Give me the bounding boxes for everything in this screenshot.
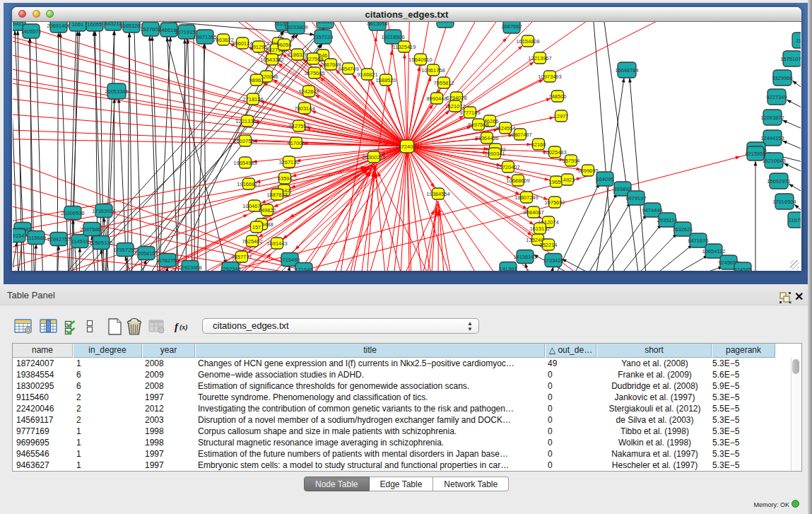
svg-text:114519: 114519 [71,238,88,245]
svg-text:16543362: 16543362 [260,57,283,63]
svg-text:98961: 98961 [249,77,264,83]
svg-text:15692971: 15692971 [767,178,790,185]
svg-text:10958157: 10958157 [134,250,158,257]
svg-text:12213369: 12213369 [235,118,259,124]
svg-text:19011: 19011 [318,22,332,25]
svg-text:19384554: 19384554 [426,191,449,197]
svg-text:8454749: 8454749 [338,66,358,72]
svg-text:12213967: 12213967 [528,55,551,62]
svg-text:1112: 1112 [796,37,801,44]
svg-text:8990448: 8990448 [426,95,447,102]
svg-text:19166827: 19166827 [237,181,260,187]
svg-text:16033809: 16033809 [284,24,307,30]
svg-text:748500: 748500 [548,93,566,100]
svg-text:25300275: 25300275 [362,154,385,160]
svg-text:10688609: 10688609 [506,177,529,184]
svg-text:7357224: 7357224 [312,34,333,40]
svg-text:1115689: 1115689 [26,235,46,241]
svg-text:8215955: 8215955 [745,151,765,157]
svg-text:8813054: 8813054 [367,22,387,27]
svg-text:10807487: 10807487 [508,132,531,138]
svg-text:12942757: 12942757 [47,236,70,243]
svg-text:14923: 14923 [560,177,575,183]
svg-text:8427552: 8427552 [288,123,309,129]
svg-text:16107554: 16107554 [233,138,257,144]
svg-text:1887833: 1887833 [266,192,287,198]
svg-text:7632621: 7632621 [672,226,693,233]
svg-text:417006: 417006 [287,140,305,146]
svg-text:16210643: 16210643 [762,158,785,164]
svg-text:20053346: 20053346 [105,88,128,95]
svg-text:19218506: 19218506 [381,34,404,40]
svg-text:9777169: 9777169 [459,110,480,116]
svg-text:7663822: 7663822 [213,37,233,43]
svg-text:16055: 16055 [88,22,102,28]
svg-text:116753: 116753 [789,217,801,223]
svg-text:6479197: 6479197 [625,195,646,201]
svg-text:9084067: 9084067 [523,209,543,216]
svg-text:924565: 924565 [734,267,751,271]
svg-text:1621072: 1621072 [445,103,465,110]
svg-text:17957253: 17957253 [113,247,136,253]
svg-text:9457771: 9457771 [231,254,252,260]
svg-text:15640910: 15640910 [408,57,432,63]
svg-text:9227349: 9227349 [766,94,787,100]
svg-text:10654112: 10654112 [702,248,726,255]
svg-text:9329966: 9329966 [772,75,792,81]
svg-text:9146821: 9146821 [357,71,377,78]
svg-text:39154: 39154 [13,233,24,239]
svg-text:1527602: 1527602 [140,26,160,33]
svg-text:1990341: 1990341 [484,151,505,157]
svg-text:20206536: 20206536 [61,210,84,216]
svg-text:21364436: 21364436 [475,135,498,141]
svg-text:7955812: 7955812 [433,80,454,86]
svg-text:1292346: 1292346 [220,266,240,271]
svg-text:9699695: 9699695 [577,168,598,174]
svg-text:2718126: 2718126 [242,96,263,103]
svg-text:15751074: 15751074 [780,56,801,62]
svg-text:1733426: 1733426 [543,257,563,264]
svg-text:157: 157 [252,224,261,230]
svg-text:1061: 1061 [72,22,84,28]
svg-text:8471676: 8471676 [688,238,708,244]
svg-text:f: f [175,321,180,332]
svg-text:10961758: 10961758 [421,67,445,74]
svg-text:62160: 62160 [531,141,546,148]
svg-text:17016504: 17016504 [772,199,796,205]
svg-text:2687682: 2687682 [501,23,522,30]
svg-text:16782759: 16782759 [155,257,179,264]
svg-text:9474444: 9474444 [642,207,662,214]
svg-text:18724007: 18724007 [395,144,418,150]
svg-text:12505135: 12505135 [89,240,112,246]
svg-text:(x): (x) [180,323,188,332]
svg-text:10961: 10961 [438,22,453,24]
svg-text:12977: 12977 [554,113,569,119]
svg-text:149822: 149822 [258,207,276,214]
svg-text:1975692: 1975692 [544,199,565,206]
svg-text:16648784: 16648784 [615,67,638,74]
svg-text:252214: 252214 [539,242,557,248]
svg-text:1691443: 1691443 [266,240,287,247]
svg-text:53594: 53594 [278,175,293,182]
svg-text:1716485: 1716485 [279,257,300,263]
svg-text:1588520: 1588520 [375,77,396,83]
svg-text:11325419: 11325419 [393,44,416,50]
svg-text:3267130: 3267130 [278,159,299,165]
svg-text:2935114: 2935114 [657,217,678,223]
svg-text:10025483: 10025483 [543,149,566,156]
svg-text:14136141: 14136141 [513,254,536,260]
svg-text:6497568: 6497568 [468,122,488,128]
svg-text:7625402: 7625402 [242,238,262,245]
svg-text:1615132: 1615132 [529,226,550,232]
svg-text:957594: 957594 [562,158,579,164]
svg-text:17353924: 17353924 [92,208,115,214]
svg-text:16154808: 16154808 [516,38,539,45]
svg-text:96058: 96058 [277,42,292,48]
svg-text:15720407: 15720407 [496,164,519,170]
svg-text:3675685: 3675685 [304,70,324,76]
svg-text:141361: 141361 [499,266,517,271]
svg-text:891295: 891295 [249,44,267,50]
svg-text:20975867: 20975867 [80,226,103,233]
svg-text:164095: 164095 [596,176,613,182]
svg-text:171648: 171648 [295,267,312,271]
